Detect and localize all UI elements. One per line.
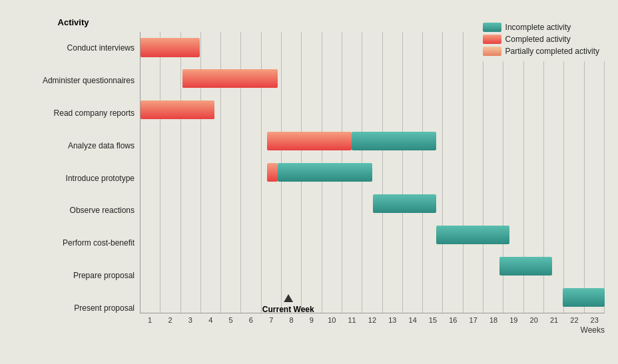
current-week-label: Current Week <box>262 305 314 314</box>
bar-segment-incomplete <box>436 226 510 244</box>
x-label: 9 <box>302 316 322 324</box>
y-label: Present proposal <box>7 291 140 324</box>
bar-segment-incomplete <box>499 257 552 275</box>
legend-label-completed: Completed activity <box>505 35 571 44</box>
y-label: Conduct interviews <box>7 32 140 65</box>
legend-item-completed: Completed activity <box>483 35 599 44</box>
bar-segment-completed <box>267 163 278 182</box>
y-label: Administer questionnaires <box>7 65 140 97</box>
x-label: 13 <box>382 316 402 324</box>
x-label: 8 <box>281 316 301 324</box>
x-label: 15 <box>423 316 443 324</box>
x-label: 20 <box>524 316 544 324</box>
bar-row <box>141 250 605 281</box>
bar-row <box>141 281 605 313</box>
x-label: 19 <box>503 316 523 324</box>
bar-segment-completed <box>141 100 214 119</box>
bars-container <box>141 32 605 313</box>
x-label: 5 <box>220 316 240 324</box>
bar-segment-incomplete <box>352 132 436 150</box>
current-week-marker: Current Week <box>262 294 314 314</box>
bar-segment-incomplete <box>373 194 436 213</box>
y-label: Perform cost-benefit <box>7 227 140 260</box>
chart-container: Activity Conduct interviewsAdminister qu… <box>0 0 618 364</box>
bar-segment-completed <box>182 69 278 88</box>
legend-box-incomplete <box>483 23 501 32</box>
x-label: 18 <box>483 316 503 324</box>
legend: Incomplete activity Completed activity P… <box>477 20 605 61</box>
x-label: 16 <box>443 316 463 324</box>
x-labels: 1234567891011121314151617181920212223 <box>140 316 605 324</box>
bar-row <box>141 188 605 219</box>
legend-box-partial <box>483 47 501 56</box>
x-label: 6 <box>241 316 261 324</box>
y-label: Introduce prototype <box>7 162 140 194</box>
bar-segment-incomplete <box>563 288 605 307</box>
x-axis: 1234567891011121314151617181920212223 We… <box>140 316 605 324</box>
grid-and-bars: Current Week <box>140 32 605 313</box>
legend-item-partial: Partially completed activity <box>483 47 599 56</box>
legend-box-completed <box>483 35 501 44</box>
current-week-arrow <box>284 294 293 302</box>
bar-row <box>141 63 605 94</box>
x-label: 11 <box>342 316 362 324</box>
legend-label-incomplete: Incomplete activity <box>505 23 571 32</box>
x-label: 23 <box>585 316 605 324</box>
x-axis-weeks-label: Weeks <box>581 325 605 335</box>
x-label: 4 <box>200 316 220 324</box>
bar-segment-completed <box>141 38 200 57</box>
x-label: 2 <box>160 316 180 324</box>
bar-row <box>141 126 605 157</box>
y-label: Read company reports <box>7 97 140 130</box>
x-label: 3 <box>180 316 200 324</box>
x-label: 21 <box>544 316 564 324</box>
legend-label-partial: Partially completed activity <box>505 47 599 56</box>
y-label: Prepare proposal <box>7 259 140 291</box>
x-label: 14 <box>402 316 422 324</box>
x-label: 10 <box>322 316 342 324</box>
x-label: 17 <box>464 316 483 324</box>
x-label: 7 <box>261 316 281 324</box>
bar-row <box>141 94 605 126</box>
x-label: 22 <box>564 316 584 324</box>
bar-segment-completed <box>267 132 352 150</box>
y-axis-title: Activity <box>7 13 140 32</box>
y-axis: Activity Conduct interviewsAdminister qu… <box>7 13 140 324</box>
y-label: Observe reactions <box>7 194 140 227</box>
bar-row <box>141 157 605 188</box>
legend-item-incomplete: Incomplete activity <box>483 23 599 32</box>
x-label: 12 <box>362 316 382 324</box>
y-labels: Conduct interviewsAdminister questionnai… <box>7 32 140 324</box>
y-label: Analyze data flows <box>7 129 140 162</box>
x-label: 1 <box>140 316 160 324</box>
bar-row <box>141 219 605 250</box>
bar-segment-incomplete <box>278 163 373 182</box>
